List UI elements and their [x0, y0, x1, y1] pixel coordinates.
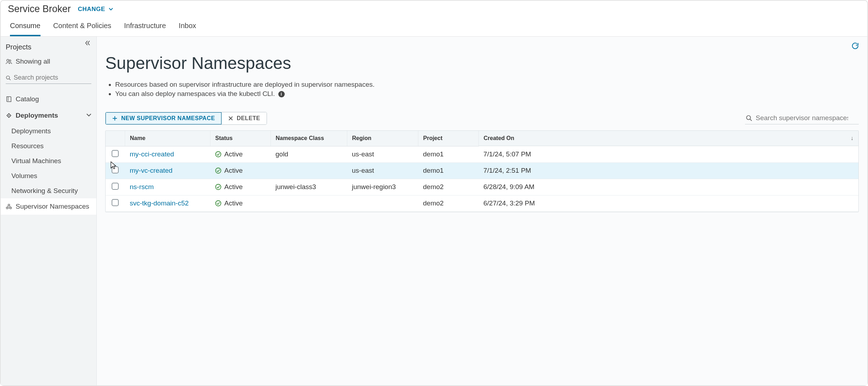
search-projects-input[interactable] — [14, 74, 92, 81]
description-list: Resources based on supervisor infrastruc… — [115, 79, 859, 99]
sidebar-sub-resources[interactable]: Resources — [1, 139, 96, 154]
book-icon — [6, 96, 12, 102]
svg-point-18 — [216, 184, 221, 190]
new-supervisor-namespace-button[interactable]: NEW SUPERVISOR NAMESPACE — [106, 112, 221, 124]
svg-point-19 — [216, 201, 221, 206]
close-icon — [228, 116, 233, 121]
header: Service Broker CHANGE — [1, 1, 867, 15]
sidebar-sub-volumes[interactable]: Volumes — [1, 168, 96, 183]
sidebar-search-projects[interactable] — [6, 73, 91, 84]
svg-point-17 — [216, 168, 221, 173]
tab-consume[interactable]: Consume — [10, 18, 41, 36]
region-cell: us-east — [347, 146, 418, 162]
refresh-icon — [851, 42, 859, 50]
namespace-name-link[interactable]: my-cci-created — [130, 150, 174, 158]
column-region[interactable]: Region — [347, 131, 418, 146]
action-button-group: NEW SUPERVISOR NAMESPACE DELETE — [105, 112, 267, 125]
column-project[interactable]: Project — [418, 131, 478, 146]
toolbar: NEW SUPERVISOR NAMESPACE DELETE — [105, 112, 859, 125]
svg-line-15 — [750, 119, 752, 121]
namespace-name-link[interactable]: svc-tkg-domain-c52 — [130, 199, 189, 207]
column-namespace-class[interactable]: Namespace Class — [270, 131, 347, 146]
project-cell: demo1 — [418, 162, 478, 179]
sort-descending-icon: ↓ — [851, 135, 853, 141]
showing-all-label: Showing all — [16, 58, 50, 65]
namespace-class-cell — [270, 162, 347, 179]
main-panel: Supervisor Namespaces Resources based on… — [97, 37, 867, 385]
new-btn-label: NEW SUPERVISOR NAMESPACE — [121, 115, 215, 122]
status-ok-icon — [215, 167, 221, 174]
chevron-down-icon — [109, 7, 113, 11]
row-checkbox[interactable] — [112, 150, 119, 157]
sidebar: Projects Showing all — [1, 37, 97, 385]
tab-content-policies[interactable]: Content & Policies — [53, 18, 111, 36]
namespace-class-cell: junwei-class3 — [270, 179, 347, 195]
delete-button[interactable]: DELETE — [221, 112, 267, 124]
sidebar-sub-deployments[interactable]: Deployments — [1, 124, 96, 139]
status-text: Active — [224, 167, 243, 175]
namespace-class-cell: gold — [270, 146, 347, 162]
project-cell: demo2 — [418, 179, 478, 195]
status-ok-icon — [215, 184, 221, 190]
projects-heading: Projects — [1, 37, 96, 53]
sidebar-deployments[interactable]: Deployments — [1, 107, 96, 124]
created-cell: 6/27/24, 3:29 PM — [478, 195, 858, 211]
change-label: CHANGE — [78, 6, 105, 13]
region-cell: us-east — [347, 162, 418, 179]
description-line-2: You can also deploy namespaces via the k… — [115, 90, 859, 98]
page-title: Supervisor Namespaces — [105, 53, 859, 73]
app-title: Service Broker — [8, 4, 71, 15]
column-created-on[interactable]: Created On ↓ — [479, 131, 859, 146]
status-ok-icon — [215, 151, 221, 157]
svg-point-14 — [746, 116, 750, 119]
created-cell: 7/1/24, 2:51 PM — [478, 162, 858, 179]
status-text: Active — [224, 150, 243, 158]
change-button[interactable]: CHANGE — [78, 6, 113, 13]
row-checkbox[interactable] — [112, 199, 119, 206]
info-icon[interactable]: i — [278, 91, 285, 97]
region-cell — [347, 195, 418, 211]
namespaces-table: Name Status Namespace Class Region Proje… — [105, 130, 859, 212]
tab-infrastructure[interactable]: Infrastructure — [124, 18, 166, 36]
column-name[interactable]: Name — [125, 131, 210, 146]
search-icon — [6, 75, 11, 81]
tab-inbox[interactable]: Inbox — [179, 18, 196, 36]
refresh-button[interactable] — [851, 42, 859, 51]
status-text: Active — [224, 199, 243, 207]
table-row[interactable]: my-vc-createdActiveus-eastdemo17/1/24, 2… — [106, 162, 858, 179]
svg-line-3 — [9, 79, 11, 80]
project-cell: demo1 — [418, 146, 478, 162]
supervisor-ns-label: Supervisor Namespaces — [16, 203, 89, 210]
sidebar-supervisor-namespaces[interactable]: Supervisor Namespaces — [1, 198, 96, 215]
search-namespaces[interactable] — [745, 113, 859, 124]
sidebar-catalog[interactable]: Catalog — [1, 91, 96, 107]
delete-btn-label: DELETE — [237, 115, 260, 122]
sidebar-showing-all[interactable]: Showing all — [1, 53, 96, 70]
table-row[interactable]: svc-tkg-domain-c52Activedemo26/27/24, 3:… — [106, 195, 858, 211]
row-checkbox[interactable] — [112, 166, 119, 173]
namespace-name-link[interactable]: my-vc-created — [130, 167, 172, 174]
sidebar-sub-virtual-machines[interactable]: Virtual Machines — [1, 154, 96, 168]
search-namespaces-input[interactable] — [756, 114, 848, 122]
deployments-label: Deployments — [16, 112, 58, 119]
svg-point-0 — [7, 59, 9, 61]
svg-point-6 — [9, 115, 10, 116]
row-checkbox[interactable] — [112, 183, 119, 190]
svg-point-2 — [6, 76, 10, 79]
created-cell: 7/1/24, 5:07 PM — [478, 146, 858, 162]
catalog-label: Catalog — [16, 95, 39, 103]
main-tabs: Consume Content & Policies Infrastructur… — [1, 15, 867, 37]
description-line-1: Resources based on supervisor infrastruc… — [115, 81, 859, 89]
created-cell: 6/28/24, 9:09 AM — [478, 179, 858, 195]
deployments-icon — [6, 112, 12, 119]
namespace-name-link[interactable]: ns-rscm — [130, 183, 154, 191]
svg-point-1 — [9, 60, 11, 62]
region-cell: junwei-region3 — [347, 179, 418, 195]
table-row[interactable]: my-cci-createdActivegoldus-eastdemo17/1/… — [106, 146, 858, 162]
table-row[interactable]: ns-rscmActivejunwei-class3junwei-region3… — [106, 179, 858, 195]
column-status[interactable]: Status — [210, 131, 270, 146]
namespace-class-cell — [270, 195, 347, 211]
collapse-sidebar-button[interactable] — [84, 39, 91, 48]
chevron-down-icon — [86, 112, 91, 119]
sidebar-sub-networking[interactable]: Networking & Security — [1, 183, 96, 198]
